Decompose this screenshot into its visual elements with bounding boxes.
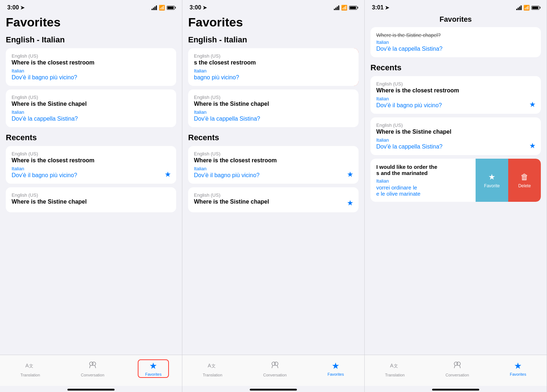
favorites-icon-3: ★ bbox=[514, 361, 522, 371]
screen2-content: Favorites English - Italian English (US)… bbox=[182, 12, 364, 355]
tab-favorites-label-2: Favorites bbox=[327, 372, 344, 376]
time-2: 3:00 bbox=[190, 4, 201, 11]
recent-original-3-0: Where is the closest restroom bbox=[376, 87, 526, 94]
tab-favorites-1[interactable]: ★ Favorites bbox=[138, 359, 169, 378]
star-icon-2-0: ★ bbox=[347, 170, 353, 179]
tab-translation-2[interactable]: A文 Translation bbox=[195, 359, 229, 379]
recent-original-2-0: Where is the closest restroom bbox=[194, 157, 344, 164]
swipe-card-2: English (US) s the closest restroom Ital… bbox=[188, 48, 359, 86]
translation-icon-2: A文 bbox=[208, 360, 217, 372]
page-title-3: Favorites bbox=[370, 15, 541, 24]
location-icon-3: ➤ bbox=[385, 5, 389, 11]
section-title-1-0: English - Italian bbox=[6, 35, 176, 45]
star-icon-3-1: ★ bbox=[529, 141, 536, 150]
recent-card-1-0[interactable]: English (US) Where is the closest restro… bbox=[6, 146, 176, 184]
top-card-title-3: Where is the Sistine chapel? bbox=[376, 32, 535, 38]
tab-favorites-2[interactable]: ★ Favorites bbox=[320, 359, 351, 378]
swipe-card-lang-2: English (US) bbox=[194, 53, 353, 59]
card-target-lang-2-1: Italian bbox=[194, 109, 353, 115]
recent-translated-1-0-0: Dov'è il bagno più vicino? bbox=[12, 172, 162, 179]
recent-translated-3-1: Dov'è la cappella Sistina? bbox=[376, 143, 526, 150]
tab-translation-label-2: Translation bbox=[203, 373, 222, 377]
delete-action-label-3: Delete bbox=[518, 183, 531, 188]
tab-conversation-3[interactable]: Conversation bbox=[438, 359, 476, 379]
time-1: 3:00 bbox=[7, 4, 19, 11]
location-icon-2: ➤ bbox=[203, 5, 207, 11]
page-title-1: Favorites bbox=[6, 15, 176, 29]
recent-lang-2-1: English (US) bbox=[194, 192, 344, 198]
tab-translation-1[interactable]: A文 Translation bbox=[13, 359, 47, 379]
star-icon-3-0: ★ bbox=[529, 100, 536, 109]
recent-original-3-1: Where is the Sistine chapel bbox=[376, 129, 526, 135]
swipe-card-container-2[interactable]: English (US) s the closest restroom Ital… bbox=[188, 48, 359, 86]
fav-card-1-0[interactable]: English (US) Where is the closest restro… bbox=[6, 48, 176, 86]
fav-card-2-1[interactable]: English (US) Where is the Sistine chapel… bbox=[188, 89, 359, 127]
tab-favorites-label-1: Favorites bbox=[145, 372, 161, 376]
conversation-icon-3 bbox=[452, 360, 462, 372]
recent-lang-3-0: English (US) bbox=[376, 81, 526, 87]
recent-card-2-1[interactable]: English (US) Where is the Sistine chapel… bbox=[188, 187, 359, 212]
recent-card-3-0[interactable]: English (US) Where is the closest restro… bbox=[370, 76, 541, 114]
recent-lang-3-1: English (US) bbox=[376, 122, 526, 128]
recent-original-1-0-1: Where is the Sistine chapel bbox=[12, 199, 170, 205]
battery-icon-1 bbox=[167, 6, 175, 10]
wifi-icon-3: 📶 bbox=[523, 5, 530, 11]
favorites-icon-1: ★ bbox=[149, 361, 157, 371]
favorite-action-btn-3[interactable]: ★ Favorite bbox=[476, 159, 508, 202]
svg-line-10 bbox=[272, 366, 273, 368]
tab-bar-1: A文 Translation Conversation ★ Favorites bbox=[0, 355, 182, 386]
card-lang-1-0-1: English (US) bbox=[12, 95, 170, 100]
tab-translation-label-3: Translation bbox=[385, 373, 405, 377]
translation-icon-1: A文 bbox=[25, 360, 35, 372]
status-icons-2: 📶 bbox=[334, 5, 357, 11]
svg-line-5 bbox=[95, 366, 96, 368]
svg-text:A: A bbox=[208, 363, 211, 368]
top-card-translated-3: Dov'è la cappella Sistina? bbox=[376, 46, 535, 52]
dual-actions-3: ★ Favorite 🗑 Delete bbox=[476, 159, 541, 202]
tab-bar-3: A文 Translation Conversation ★ Favorites bbox=[365, 355, 547, 386]
recent-translated-3-0: Dov'è il bagno più vicino? bbox=[376, 102, 526, 109]
tab-conversation-1[interactable]: Conversation bbox=[74, 359, 112, 379]
recent-translated-2-0: Dov'è il bagno più vicino? bbox=[194, 172, 344, 179]
delete-action-btn-3[interactable]: 🗑 Delete bbox=[508, 159, 541, 202]
section-title-3-0: Recents bbox=[370, 63, 541, 72]
svg-text:文: 文 bbox=[211, 363, 216, 368]
recent-card-1-1[interactable]: English (US) Where is the Sistine chapel bbox=[6, 187, 176, 212]
tab-translation-3[interactable]: A文 Translation bbox=[378, 359, 412, 379]
screen1-content: Favorites English - Italian English (US)… bbox=[0, 12, 182, 355]
translation-icon-3: A文 bbox=[390, 360, 399, 372]
fav-card-1-1[interactable]: English (US) Where is the Sistine chapel… bbox=[6, 89, 176, 127]
conversation-icon-1 bbox=[88, 360, 97, 372]
wifi-icon-2: 📶 bbox=[341, 5, 347, 11]
card-translated-2-1: Dov'è la cappella Sistina? bbox=[194, 116, 353, 122]
time-3: 3:01 bbox=[372, 4, 384, 11]
status-bar-1: 3:00 ➤ 📶 bbox=[0, 0, 182, 12]
tab-conversation-label-3: Conversation bbox=[446, 373, 469, 377]
recent-target-lang-3-0: Italian bbox=[376, 96, 526, 101]
top-partial-card-3[interactable]: Where is the Sistine chapel? Italian Dov… bbox=[370, 27, 541, 57]
svg-text:文: 文 bbox=[29, 363, 33, 368]
dual-action-container-3[interactable]: I would like to order thes and the marin… bbox=[370, 159, 541, 202]
location-icon-1: ➤ bbox=[20, 5, 25, 11]
recent-card-3-1[interactable]: English (US) Where is the Sistine chapel… bbox=[370, 117, 541, 155]
card-target-lang-1-0-0: Italian bbox=[12, 68, 170, 74]
dual-card-translated-3: vorrei ordinare lee le olive marinate bbox=[376, 184, 470, 197]
tab-conversation-2[interactable]: Conversation bbox=[256, 359, 294, 379]
signal-icon-1 bbox=[152, 5, 157, 10]
recent-original-1-0-0: Where is the closest restroom bbox=[12, 157, 162, 164]
svg-text:A: A bbox=[390, 363, 394, 368]
svg-line-11 bbox=[277, 366, 278, 368]
recent-target-lang-3-1: Italian bbox=[376, 137, 526, 143]
card-translated-1-0-1: Dov'è la cappella Sistina? bbox=[12, 116, 170, 122]
battery-icon-3 bbox=[531, 6, 539, 10]
svg-point-3 bbox=[92, 362, 96, 366]
favorites-icon-2: ★ bbox=[332, 361, 340, 371]
tab-favorites-3[interactable]: ★ Favorites bbox=[502, 359, 533, 378]
favorite-action-label-3: Favorite bbox=[484, 183, 500, 188]
status-icons-3: 📶 bbox=[516, 5, 539, 11]
recent-card-2-0[interactable]: English (US) Where is the closest restro… bbox=[188, 146, 359, 184]
card-target-lang-1-0-1: Italian bbox=[12, 109, 170, 115]
svg-line-17 bbox=[460, 366, 460, 368]
tab-conversation-label-1: Conversation bbox=[81, 373, 104, 377]
tab-conversation-label-2: Conversation bbox=[263, 373, 287, 377]
